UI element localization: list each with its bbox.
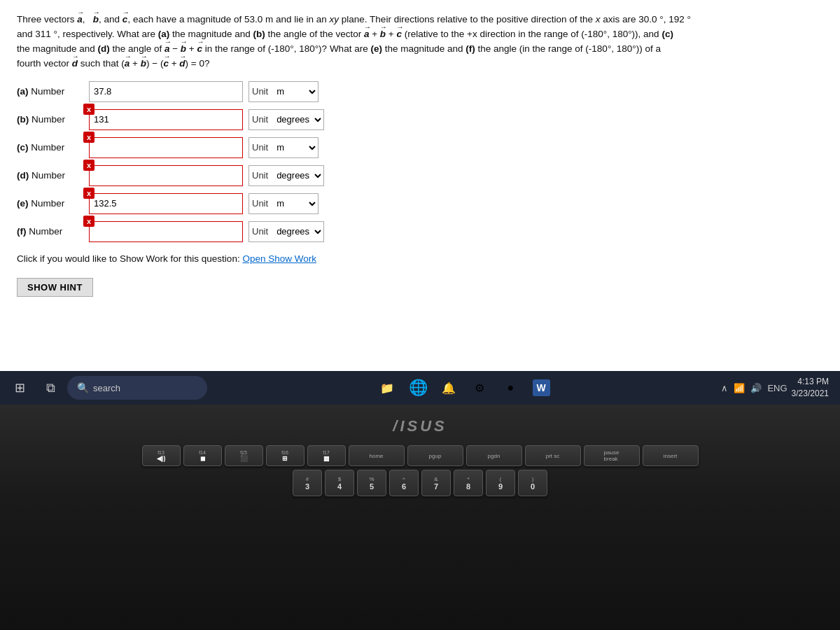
taskbar-file-app[interactable]: 📁 — [373, 374, 401, 402]
key-9[interactable]: ( 9 — [486, 470, 515, 496]
taskbar-clock[interactable]: 4:13 PM 3/23/2021 — [792, 376, 829, 400]
taskbar-right: ∧ 📶 🔊 ENG 4:13 PM 3/23/2021 — [721, 376, 834, 400]
laptop-body: /ISUS f13 ◀)) f14 ◼ f15 ⬛ f16 ⊞ f17 ▦ — [0, 405, 840, 630]
taskbar-edge-app[interactable]: 🌐 — [404, 374, 432, 402]
task-view-button[interactable]: ⧉ — [36, 374, 64, 402]
error-badge-c: x — [83, 132, 94, 143]
time-display: 4:13 PM — [797, 376, 829, 388]
fn-key-f17[interactable]: f17 ▦ — [307, 445, 346, 466]
error-badge-d: x — [83, 160, 94, 171]
word-icon: W — [533, 379, 550, 396]
number-input-e[interactable] — [89, 193, 243, 214]
task-view-icon: ⧉ — [46, 381, 55, 396]
unit-label-d: Unit — [249, 170, 271, 181]
problem-statement: Three vectors a, b, and c, each have a m… — [17, 13, 823, 71]
taskbar-search-box[interactable]: 🔍 search — [67, 376, 207, 400]
unit-select-wrap-b: Unitdegreesradians — [248, 109, 324, 130]
unit-label-a: Unit — [249, 86, 271, 97]
number-input-wrap-b: x — [89, 109, 243, 130]
error-badge-e: x — [83, 188, 94, 199]
unit-select-b[interactable]: degreesradians — [271, 110, 323, 130]
key-6[interactable]: ^ 6 — [389, 470, 419, 496]
key-5[interactable]: % 5 — [357, 470, 386, 496]
unit-label-c: Unit — [249, 142, 271, 153]
answer-label-c: (c) Number — [17, 142, 83, 153]
unit-select-d[interactable]: degreesradians — [271, 166, 323, 186]
key-3[interactable]: # 3 — [293, 470, 322, 496]
number-input-wrap-a — [89, 81, 243, 102]
error-badge-b: x — [83, 104, 94, 115]
unit-select-wrap-d: Unitdegreesradians — [248, 165, 324, 186]
unit-label-f: Unit — [249, 226, 271, 237]
show-hint-button[interactable]: SHOW HINT — [17, 278, 93, 297]
fn-key-f13[interactable]: f13 ◀)) — [142, 445, 181, 466]
error-badge-f: x — [83, 216, 94, 227]
unit-select-e[interactable]: mkm — [271, 194, 318, 214]
answer-label-e: (e) Number — [17, 198, 83, 209]
number-input-wrap-d: x — [89, 165, 243, 186]
file-explorer-icon: 📁 — [380, 382, 394, 395]
taskbar-bell-app[interactable]: 🔔 — [435, 374, 463, 402]
and-text: and — [104, 14, 122, 24]
answer-row-a: (a) NumberUnitmkm — [17, 81, 823, 102]
bell-icon: 🔔 — [442, 382, 456, 395]
answer-row-b: (b) NumberxUnitdegreesradians — [17, 109, 823, 130]
special-key-prtsc[interactable]: prt sc — [525, 445, 581, 466]
key-7[interactable]: & 7 — [421, 470, 451, 496]
vector-a: a — [77, 13, 83, 27]
answer-rows: (a) NumberUnitmkm(b) NumberxUnitdegreesr… — [17, 81, 823, 242]
unit-select-wrap-e: Unitmkm — [248, 193, 318, 214]
speaker-icon[interactable]: 🔊 — [750, 383, 762, 393]
number-input-a[interactable] — [89, 81, 243, 102]
chevron-up-icon[interactable]: ∧ — [721, 383, 728, 393]
number-key-row: # 3 $ 4 % 5 ^ 6 & 7 * 8 — [293, 470, 547, 496]
search-icon: 🔍 — [77, 382, 89, 393]
gear-icon: ⚙ — [475, 382, 484, 395]
fn-key-f15[interactable]: f15 ⬛ — [225, 445, 263, 466]
unit-select-c[interactable]: mkm — [271, 138, 318, 158]
taskbar-word-app[interactable]: W — [527, 374, 555, 402]
number-input-b[interactable] — [89, 109, 243, 130]
special-key-pgup[interactable]: pgup — [407, 445, 463, 466]
chrome-icon: ● — [507, 382, 514, 394]
edge-icon: 🌐 — [409, 379, 428, 397]
answer-label-f: (f) Number — [17, 226, 83, 237]
vector-b: b — [93, 13, 99, 27]
taskbar-chrome-app[interactable]: ● — [496, 374, 524, 402]
key-0[interactable]: ) 0 — [518, 470, 547, 496]
show-work-row: Click if you would like to Show Work for… — [17, 253, 823, 264]
answer-label-d: (d) Number — [17, 170, 83, 181]
unit-select-a[interactable]: mkm — [271, 82, 318, 102]
start-button[interactable]: ⊞ — [6, 374, 34, 402]
unit-label-e: Unit — [249, 198, 271, 209]
number-input-wrap-f: x — [89, 221, 243, 242]
number-input-d[interactable] — [89, 165, 243, 186]
main-content-window: Three vectors a, b, and c, each have a m… — [0, 0, 840, 371]
unit-select-wrap-a: Unitmkm — [248, 81, 318, 102]
number-input-f[interactable] — [89, 221, 243, 242]
special-key-home[interactable]: home — [349, 445, 405, 466]
special-key-insert[interactable]: insert — [643, 445, 699, 466]
special-key-pause[interactable]: pausebreak — [584, 445, 640, 466]
unit-select-wrap-c: Unitmkm — [248, 137, 318, 158]
asus-logo: /ISUS — [393, 417, 447, 435]
answer-row-c: (c) NumberxUnitmkm — [17, 137, 823, 158]
unit-select-wrap-f: Unitdegreesradians — [248, 221, 324, 242]
key-8[interactable]: * 8 — [454, 470, 483, 496]
special-key-pgdn[interactable]: pgdn — [466, 445, 522, 466]
taskbar-gear-app[interactable]: ⚙ — [465, 374, 493, 402]
key-4[interactable]: $ 4 — [325, 470, 354, 496]
open-show-work-link[interactable]: Open Show Work — [242, 253, 316, 264]
answer-label-b: (b) Number — [17, 114, 83, 125]
fn-key-row: f13 ◀)) f14 ◼ f15 ⬛ f16 ⊞ f17 ▦ home pgu… — [142, 445, 699, 466]
unit-select-f[interactable]: degreesradians — [271, 222, 323, 241]
number-input-c[interactable] — [89, 137, 243, 158]
fn-key-f16[interactable]: f16 ⊞ — [266, 445, 304, 466]
answer-label-a: (a) Number — [17, 86, 83, 97]
unit-label-b: Unit — [249, 114, 271, 125]
fn-key-f14[interactable]: f14 ◼ — [183, 445, 222, 466]
systray-icons: ∧ 📶 🔊 ENG — [721, 383, 787, 393]
number-input-wrap-c: x — [89, 137, 243, 158]
keyboard: f13 ◀)) f14 ◼ f15 ⬛ f16 ⊞ f17 ▦ home pgu… — [70, 445, 770, 496]
show-work-text: Click if you would like to Show Work for… — [17, 253, 240, 264]
